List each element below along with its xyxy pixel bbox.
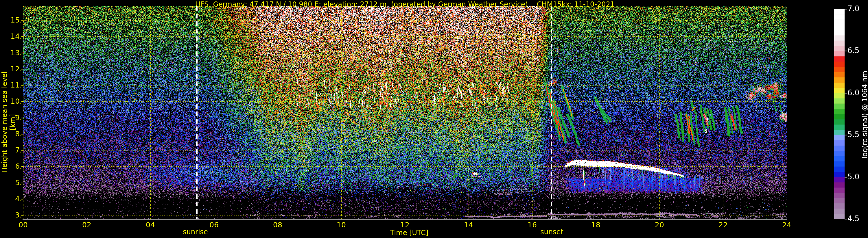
x-tick-label: 10: [337, 221, 346, 229]
colorbar-label: log(rc-signal) @ 1064 nm: [861, 63, 868, 167]
colorbar-tick-label: 6.5: [847, 47, 859, 55]
y-tick-label: 7.: [7, 146, 22, 154]
y-tick-label: 12.: [7, 65, 22, 72]
x-tick-label: 04: [146, 221, 155, 229]
y-tick-label: 11.: [7, 81, 22, 89]
colorbar-tick-label: 5.0: [847, 173, 859, 180]
page-title: UFS, Germany; 47.417 N / 10.980 E; eleva…: [195, 0, 615, 8]
colorbar-tick-label: 5.5: [847, 131, 859, 139]
x-tick-label: 14: [464, 221, 473, 229]
y-tick-label: 3.: [7, 211, 22, 219]
y-tick-label: 4.: [7, 195, 22, 202]
y-tick-label: 6.: [7, 163, 22, 170]
colorbar-tick-label: 7.0: [847, 5, 859, 12]
x-tick-label: 02: [82, 221, 91, 229]
x-axis-label: Time [UTC]: [390, 229, 429, 237]
y-tick-label: 9.: [7, 114, 22, 121]
ceilometer-quicklook: UFS, Germany; 47.417 N / 10.980 E; eleva…: [0, 0, 868, 238]
y-tick-label: 10.: [7, 98, 22, 105]
y-tick-label: 14.: [7, 33, 22, 40]
x-tick-label: 00: [19, 221, 28, 229]
x-tick-label: 06: [209, 221, 219, 229]
sunrise-label: sunrise: [183, 228, 208, 236]
y-tick-label: 15.: [7, 16, 22, 24]
colorbar-tick-label: 6.0: [847, 89, 859, 97]
x-tick-label: 16: [528, 221, 537, 229]
x-tick-label: 20: [655, 221, 664, 229]
x-tick-label: 24: [782, 221, 792, 229]
x-tick-label: 12: [400, 221, 409, 229]
colorbar-tick-label: 4.5: [847, 215, 859, 223]
x-tick-label: 22: [718, 221, 728, 229]
x-tick-label: 08: [273, 221, 282, 229]
plot-canvas: [0, 0, 868, 238]
y-tick-label: 5.: [7, 179, 22, 186]
y-tick-label: 13.: [7, 49, 22, 56]
sunset-label: sunset: [540, 228, 563, 236]
x-tick-label: 18: [591, 221, 600, 229]
y-tick-label: 8.: [7, 130, 22, 137]
